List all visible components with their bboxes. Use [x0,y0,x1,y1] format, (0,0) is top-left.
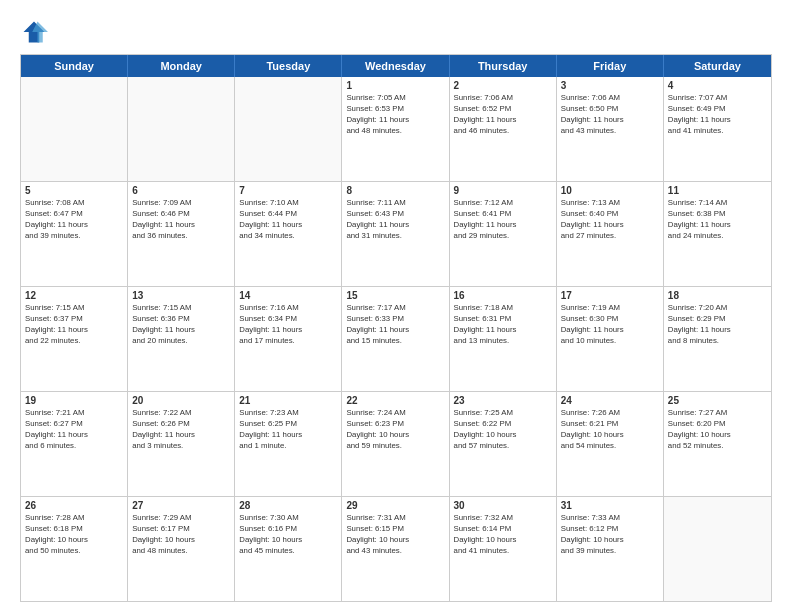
table-row: 31Sunrise: 7:33 AM Sunset: 6:12 PM Dayli… [557,497,664,601]
table-row: 13Sunrise: 7:15 AM Sunset: 6:36 PM Dayli… [128,287,235,391]
cell-info: Sunrise: 7:25 AM Sunset: 6:22 PM Dayligh… [454,408,552,452]
calendar-body: 1Sunrise: 7:05 AM Sunset: 6:53 PM Daylig… [21,77,771,601]
day-header-friday: Friday [557,55,664,77]
table-row: 14Sunrise: 7:16 AM Sunset: 6:34 PM Dayli… [235,287,342,391]
day-header-wednesday: Wednesday [342,55,449,77]
day-number: 11 [668,185,767,196]
table-row: 30Sunrise: 7:32 AM Sunset: 6:14 PM Dayli… [450,497,557,601]
table-row: 10Sunrise: 7:13 AM Sunset: 6:40 PM Dayli… [557,182,664,286]
header [20,18,772,46]
day-number: 22 [346,395,444,406]
cell-info: Sunrise: 7:05 AM Sunset: 6:53 PM Dayligh… [346,93,444,137]
table-row: 3Sunrise: 7:06 AM Sunset: 6:50 PM Daylig… [557,77,664,181]
table-row: 4Sunrise: 7:07 AM Sunset: 6:49 PM Daylig… [664,77,771,181]
table-row: 24Sunrise: 7:26 AM Sunset: 6:21 PM Dayli… [557,392,664,496]
calendar-row-0: 1Sunrise: 7:05 AM Sunset: 6:53 PM Daylig… [21,77,771,181]
day-number: 19 [25,395,123,406]
cell-info: Sunrise: 7:26 AM Sunset: 6:21 PM Dayligh… [561,408,659,452]
cell-info: Sunrise: 7:31 AM Sunset: 6:15 PM Dayligh… [346,513,444,557]
table-row: 12Sunrise: 7:15 AM Sunset: 6:37 PM Dayli… [21,287,128,391]
day-number: 8 [346,185,444,196]
day-number: 23 [454,395,552,406]
day-number: 31 [561,500,659,511]
cell-info: Sunrise: 7:14 AM Sunset: 6:38 PM Dayligh… [668,198,767,242]
table-row: 11Sunrise: 7:14 AM Sunset: 6:38 PM Dayli… [664,182,771,286]
calendar-row-3: 19Sunrise: 7:21 AM Sunset: 6:27 PM Dayli… [21,391,771,496]
day-number: 3 [561,80,659,91]
calendar-header: SundayMondayTuesdayWednesdayThursdayFrid… [21,55,771,77]
logo [20,18,52,46]
table-row: 21Sunrise: 7:23 AM Sunset: 6:25 PM Dayli… [235,392,342,496]
calendar-row-1: 5Sunrise: 7:08 AM Sunset: 6:47 PM Daylig… [21,181,771,286]
cell-info: Sunrise: 7:08 AM Sunset: 6:47 PM Dayligh… [25,198,123,242]
table-row: 1Sunrise: 7:05 AM Sunset: 6:53 PM Daylig… [342,77,449,181]
table-row [664,497,771,601]
day-number: 17 [561,290,659,301]
cell-info: Sunrise: 7:28 AM Sunset: 6:18 PM Dayligh… [25,513,123,557]
cell-info: Sunrise: 7:13 AM Sunset: 6:40 PM Dayligh… [561,198,659,242]
day-number: 5 [25,185,123,196]
day-number: 1 [346,80,444,91]
cell-info: Sunrise: 7:16 AM Sunset: 6:34 PM Dayligh… [239,303,337,347]
table-row: 26Sunrise: 7:28 AM Sunset: 6:18 PM Dayli… [21,497,128,601]
day-header-sunday: Sunday [21,55,128,77]
logo-icon [20,18,48,46]
cell-info: Sunrise: 7:19 AM Sunset: 6:30 PM Dayligh… [561,303,659,347]
cell-info: Sunrise: 7:21 AM Sunset: 6:27 PM Dayligh… [25,408,123,452]
day-number: 26 [25,500,123,511]
table-row [21,77,128,181]
cell-info: Sunrise: 7:17 AM Sunset: 6:33 PM Dayligh… [346,303,444,347]
day-header-tuesday: Tuesday [235,55,342,77]
day-number: 13 [132,290,230,301]
day-number: 20 [132,395,230,406]
table-row: 2Sunrise: 7:06 AM Sunset: 6:52 PM Daylig… [450,77,557,181]
table-row: 29Sunrise: 7:31 AM Sunset: 6:15 PM Dayli… [342,497,449,601]
table-row: 19Sunrise: 7:21 AM Sunset: 6:27 PM Dayli… [21,392,128,496]
day-number: 2 [454,80,552,91]
cell-info: Sunrise: 7:06 AM Sunset: 6:52 PM Dayligh… [454,93,552,137]
day-number: 10 [561,185,659,196]
day-header-monday: Monday [128,55,235,77]
table-row [235,77,342,181]
table-row: 22Sunrise: 7:24 AM Sunset: 6:23 PM Dayli… [342,392,449,496]
table-row: 7Sunrise: 7:10 AM Sunset: 6:44 PM Daylig… [235,182,342,286]
table-row: 9Sunrise: 7:12 AM Sunset: 6:41 PM Daylig… [450,182,557,286]
cell-info: Sunrise: 7:15 AM Sunset: 6:37 PM Dayligh… [25,303,123,347]
day-number: 7 [239,185,337,196]
day-number: 21 [239,395,337,406]
day-number: 27 [132,500,230,511]
table-row: 8Sunrise: 7:11 AM Sunset: 6:43 PM Daylig… [342,182,449,286]
day-number: 12 [25,290,123,301]
table-row: 17Sunrise: 7:19 AM Sunset: 6:30 PM Dayli… [557,287,664,391]
cell-info: Sunrise: 7:23 AM Sunset: 6:25 PM Dayligh… [239,408,337,452]
table-row: 23Sunrise: 7:25 AM Sunset: 6:22 PM Dayli… [450,392,557,496]
day-number: 18 [668,290,767,301]
day-number: 28 [239,500,337,511]
page: SundayMondayTuesdayWednesdayThursdayFrid… [0,0,792,612]
table-row: 16Sunrise: 7:18 AM Sunset: 6:31 PM Dayli… [450,287,557,391]
cell-info: Sunrise: 7:15 AM Sunset: 6:36 PM Dayligh… [132,303,230,347]
cell-info: Sunrise: 7:20 AM Sunset: 6:29 PM Dayligh… [668,303,767,347]
day-number: 15 [346,290,444,301]
cell-info: Sunrise: 7:06 AM Sunset: 6:50 PM Dayligh… [561,93,659,137]
cell-info: Sunrise: 7:12 AM Sunset: 6:41 PM Dayligh… [454,198,552,242]
calendar: SundayMondayTuesdayWednesdayThursdayFrid… [20,54,772,602]
day-number: 30 [454,500,552,511]
day-number: 29 [346,500,444,511]
day-header-thursday: Thursday [450,55,557,77]
table-row: 5Sunrise: 7:08 AM Sunset: 6:47 PM Daylig… [21,182,128,286]
cell-info: Sunrise: 7:29 AM Sunset: 6:17 PM Dayligh… [132,513,230,557]
table-row: 15Sunrise: 7:17 AM Sunset: 6:33 PM Dayli… [342,287,449,391]
calendar-row-4: 26Sunrise: 7:28 AM Sunset: 6:18 PM Dayli… [21,496,771,601]
day-header-saturday: Saturday [664,55,771,77]
cell-info: Sunrise: 7:30 AM Sunset: 6:16 PM Dayligh… [239,513,337,557]
cell-info: Sunrise: 7:22 AM Sunset: 6:26 PM Dayligh… [132,408,230,452]
day-number: 14 [239,290,337,301]
day-number: 24 [561,395,659,406]
cell-info: Sunrise: 7:18 AM Sunset: 6:31 PM Dayligh… [454,303,552,347]
table-row: 20Sunrise: 7:22 AM Sunset: 6:26 PM Dayli… [128,392,235,496]
table-row [128,77,235,181]
table-row: 6Sunrise: 7:09 AM Sunset: 6:46 PM Daylig… [128,182,235,286]
cell-info: Sunrise: 7:11 AM Sunset: 6:43 PM Dayligh… [346,198,444,242]
cell-info: Sunrise: 7:27 AM Sunset: 6:20 PM Dayligh… [668,408,767,452]
